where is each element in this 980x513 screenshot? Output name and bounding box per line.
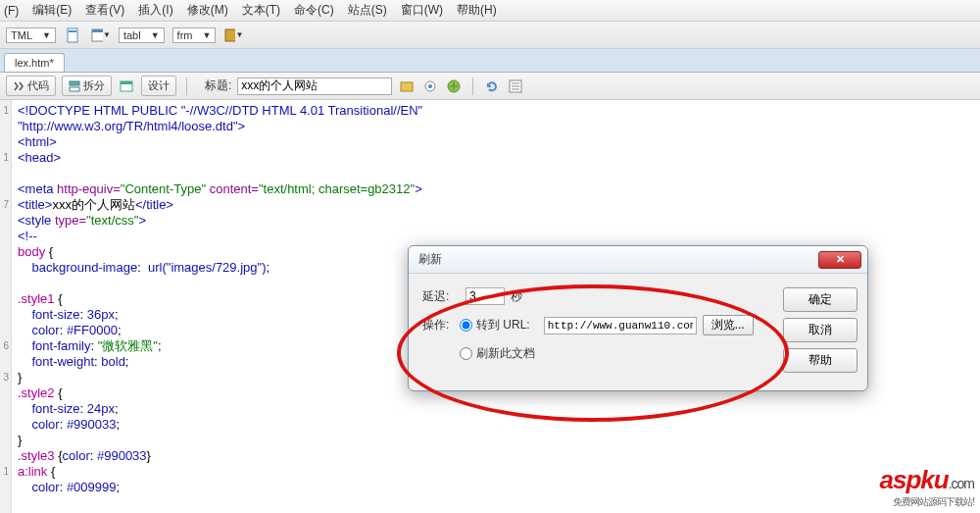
menu-edit[interactable]: 编辑(E) <box>32 2 72 19</box>
menu-view[interactable]: 查看(V) <box>85 2 124 19</box>
cancel-button[interactable]: 取消 <box>783 318 858 342</box>
svg-rect-1 <box>69 30 76 32</box>
document-toolbar: 代码 拆分 设计 标题: <box>0 73 980 100</box>
close-button[interactable]: ✕ <box>818 251 861 269</box>
refresh-dialog: 刷新 ✕ 延迟: 秒 操作: 转到 URL: 浏览... 刷新此文档 <box>408 245 868 391</box>
svg-point-11 <box>428 84 432 88</box>
refresh-doc-label: 刷新此文档 <box>476 345 535 362</box>
menu-modify[interactable]: 修改(M) <box>187 2 228 19</box>
menubar: (F) 编辑(E) 查看(V) 插入(I) 修改(M) 文本(T) 命令(C) … <box>0 0 980 22</box>
refresh-icon[interactable] <box>483 77 501 95</box>
delay-label: 延迟: <box>422 288 460 305</box>
document-tabbar: lex.htm* <box>0 49 980 73</box>
seconds-label: 秒 <box>511 288 522 305</box>
insert-category-dropdown[interactable]: TML▼ <box>6 27 56 43</box>
menu-file[interactable]: (F) <box>4 4 19 18</box>
line-gutter: 117631 <box>0 100 12 513</box>
menu-text[interactable]: 文本(T) <box>242 2 280 19</box>
menu-help[interactable]: 帮助(H) <box>457 2 497 19</box>
form-dropdown[interactable]: frm▼ <box>172 27 217 43</box>
browse-button[interactable]: 浏览... <box>703 315 754 335</box>
svg-rect-8 <box>121 81 132 84</box>
goto-url-label: 转到 URL: <box>476 317 530 333</box>
split-view-button[interactable]: 拆分 <box>62 76 112 96</box>
svg-rect-6 <box>70 87 79 91</box>
menu-site[interactable]: 站点(S) <box>348 2 387 19</box>
refresh-doc-radio[interactable] <box>460 347 472 360</box>
svg-rect-3 <box>92 29 103 32</box>
view-options-icon[interactable] <box>507 77 524 95</box>
menu-command[interactable]: 命令(C) <box>294 2 334 19</box>
svg-rect-5 <box>70 81 79 85</box>
file-management-icon[interactable] <box>398 77 416 95</box>
close-icon: ✕ <box>836 253 845 266</box>
table-dropdown[interactable]: tabl▼ <box>119 27 165 43</box>
insert-toolbar: TML▼ ▼ tabl▼ frm▼ ▼ <box>0 22 980 49</box>
media-icon[interactable]: ▼ <box>223 26 243 45</box>
design-view-button[interactable]: 设计 <box>141 76 176 96</box>
page-icon[interactable] <box>64 26 83 45</box>
browser-nav-icon[interactable] <box>445 77 463 95</box>
watermark: aspku.com 免费网站源码下载站! <box>880 465 975 509</box>
document-title-input[interactable] <box>237 77 392 95</box>
ok-button[interactable]: 确定 <box>783 287 858 312</box>
help-button[interactable]: 帮助 <box>783 348 858 373</box>
delay-input[interactable] <box>466 287 505 305</box>
live-view-icon[interactable] <box>118 77 135 95</box>
code-view-button[interactable]: 代码 <box>6 76 56 96</box>
dialog-titlebar[interactable]: 刷新 ✕ <box>409 246 867 274</box>
svg-rect-9 <box>401 82 413 91</box>
document-tab[interactable]: lex.htm* <box>4 53 65 72</box>
preview-icon[interactable] <box>421 77 439 95</box>
menu-insert[interactable]: 插入(I) <box>138 2 172 19</box>
title-label: 标题: <box>205 77 231 94</box>
menu-window[interactable]: 窗口(W) <box>401 2 443 19</box>
dialog-title: 刷新 <box>418 251 818 268</box>
action-label: 操作: <box>422 317 460 333</box>
svg-rect-4 <box>225 29 235 41</box>
goto-url-radio[interactable] <box>460 319 472 332</box>
calendar-icon[interactable]: ▼ <box>91 26 111 45</box>
url-input[interactable] <box>544 317 697 334</box>
